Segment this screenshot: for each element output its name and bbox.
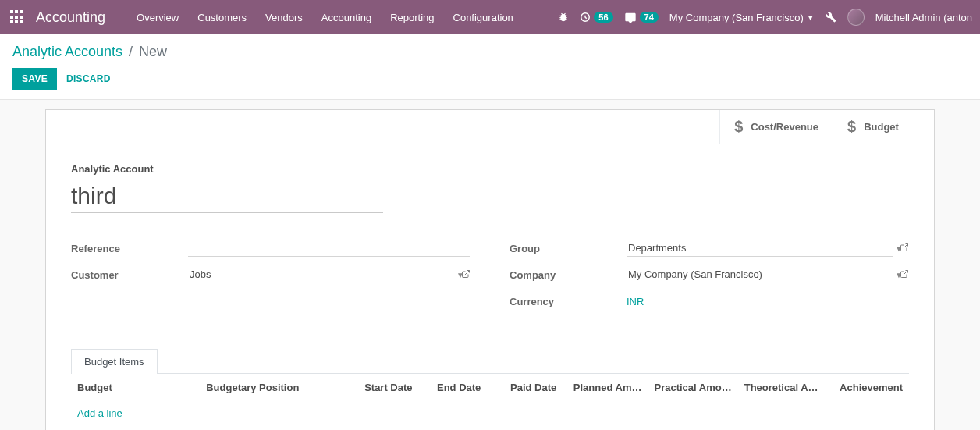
settings-icon[interactable] [826,12,836,23]
nav-menu: Overview Customers Vendors Accounting Re… [137,12,513,23]
title-label: Analytic Account [71,163,909,175]
apps-icon[interactable] [8,8,27,27]
form-bg: $ Cost/Revenue $ Budget Analytic Account… [0,109,980,430]
stat-budget-label: Budget [864,121,899,133]
breadcrumb: Analytic Accounts / New [12,44,968,60]
external-link-icon[interactable] [900,269,909,281]
col-planned-amount[interactable]: Planned Am… [563,374,648,401]
navbar: Accounting Overview Customers Vendors Ac… [0,0,980,34]
field-grid: Reference Customer ▼ [71,238,909,318]
label-customer: Customer [71,269,188,281]
col-end-date[interactable]: End Date [419,374,488,401]
button-box: $ Cost/Revenue $ Budget [46,110,934,144]
nav-item-customers[interactable]: Customers [197,12,247,23]
svg-line-1 [465,270,470,275]
dollar-icon: $ [847,118,856,136]
debug-icon[interactable] [558,12,569,23]
col-budgetary-position[interactable]: Budgetary Position [200,374,350,401]
buttons-row: Save Discard [12,68,968,90]
nav-item-accounting[interactable]: Accounting [321,12,371,23]
group-input[interactable] [627,240,893,257]
col-start-date[interactable]: Start Date [350,374,418,401]
tabs: Budget Items Budget Budgetary Position S… [46,349,934,425]
avatar[interactable] [847,9,865,26]
field-group: Group ▼ [510,238,909,258]
stat-budget[interactable]: $ Budget [833,110,934,144]
field-col-left: Reference Customer ▼ [71,238,470,318]
tab-list: Budget Items [71,349,909,374]
reference-input[interactable] [188,240,470,257]
save-button[interactable]: Save [12,68,57,90]
col-practical-amount[interactable]: Practical Amo… [648,374,737,401]
messages-icon[interactable]: 74 [624,12,659,23]
activities-icon[interactable]: 56 [580,12,612,23]
user-name[interactable]: Mitchell Admin (anton [875,12,972,23]
chevron-down-icon: ▼ [807,13,815,22]
customer-input[interactable] [188,266,455,283]
stat-cost-revenue-label: Cost/Revenue [751,121,818,133]
table-header-row: Budget Budgetary Position Start Date End… [71,374,909,401]
footer-space [46,425,934,430]
nav-right: 56 74 My Company (San Francisco) ▼ Mitch… [558,9,972,26]
budget-items-table: Budget Budgetary Position Start Date End… [71,374,909,425]
stat-cost-revenue[interactable]: $ Cost/Revenue [719,110,833,144]
field-currency: Currency INR [510,291,909,311]
label-reference: Reference [71,243,188,254]
nav-item-configuration[interactable]: Configuration [453,12,513,23]
col-theoretical-amount[interactable]: Theoretical A… [738,374,825,401]
breadcrumb-separator: / [129,44,133,60]
table-row-addline: Add a line [71,401,909,425]
app-name[interactable]: Accounting [36,9,105,26]
external-link-icon[interactable] [461,269,470,281]
field-reference: Reference [71,238,470,258]
nav-item-overview[interactable]: Overview [137,12,179,23]
breadcrumb-current: New [139,44,167,60]
field-customer: Customer ▼ [71,265,470,285]
tab-content: Budget Budgetary Position Start Date End… [71,374,909,425]
activities-badge: 56 [594,12,612,23]
label-group: Group [510,243,627,254]
label-currency: Currency [510,296,627,307]
name-input[interactable] [71,179,383,213]
col-paid-date[interactable]: Paid Date [487,374,563,401]
svg-line-2 [904,243,908,248]
nav-item-vendors[interactable]: Vendors [265,12,303,23]
field-col-right: Group ▼ Company ▼ [510,238,909,318]
col-budget[interactable]: Budget [71,374,200,401]
company-input[interactable] [627,266,893,283]
company-name: My Company (San Francisco) [669,12,804,23]
col-achievement[interactable]: Achievement [825,374,909,401]
field-company: Company ▼ [510,265,909,285]
label-company: Company [510,269,627,281]
svg-line-3 [904,270,908,275]
tab-budget-items[interactable]: Budget Items [71,349,158,374]
currency-value[interactable]: INR [627,296,644,307]
add-line-link[interactable]: Add a line [77,407,903,419]
form-sheet: $ Cost/Revenue $ Budget Analytic Account… [45,109,935,430]
discard-button[interactable]: Discard [63,68,114,90]
messages-badge: 74 [640,12,659,23]
form-body: Analytic Account Reference Customer [46,144,934,318]
external-link-icon[interactable] [900,243,909,254]
company-selector[interactable]: My Company (San Francisco) ▼ [669,12,815,23]
breadcrumb-parent[interactable]: Analytic Accounts [12,44,123,60]
nav-item-reporting[interactable]: Reporting [390,12,434,23]
dollar-icon: $ [734,118,743,136]
control-panel: Analytic Accounts / New Save Discard [0,34,980,100]
